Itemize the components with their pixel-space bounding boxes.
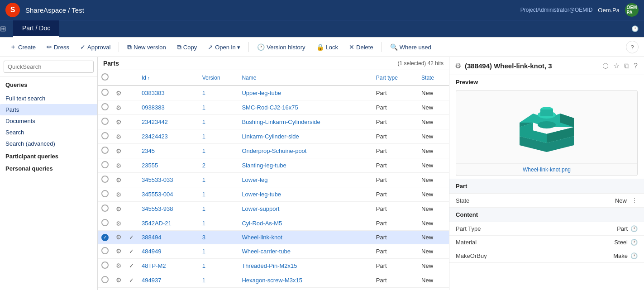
row-gear-cell[interactable]: ⚙ [112,100,125,115]
row-checkbox-cell[interactable] [98,100,112,115]
table-row[interactable]: ⚙ 23423442 1 Bushing-Linkarm-Cylindersid… [98,115,449,129]
row-name[interactable]: Lower-leg [238,173,372,187]
row-checkbox[interactable] [101,219,109,226]
row-name[interactable]: Rovennron-Schuine-poot [238,287,372,290]
row-name[interactable]: Threaded-Pin-M2x15 [238,258,372,273]
sidebar-item-search-advanced[interactable]: Search (advanced) [0,138,97,149]
row-name[interactable]: Linkarm-Cylinder-side [238,129,372,144]
row-version[interactable]: 1 [199,144,239,158]
delete-button[interactable]: ✕ Delete [344,41,378,53]
row-version[interactable]: 1 [199,216,239,231]
new-version-button[interactable]: ⧉ New version [123,41,171,53]
row-id[interactable]: 0383383 [138,86,199,100]
row-checkbox[interactable] [101,176,109,183]
create-button[interactable]: ＋ Create [5,41,40,53]
row-id[interactable]: 23424423 [138,129,199,144]
row-checkbox[interactable] [101,276,109,283]
table-row[interactable]: ⚙ ✓ 484949 1 Wheel-carrier-tube Part New [98,244,449,258]
detail-export-button[interactable]: ⬡ [601,61,610,71]
table-row[interactable]: ⚙ 345533-033 1 Lower-leg Part New [98,173,449,187]
row-gear-cell[interactable]: ⚙ [112,187,125,202]
user-avatar[interactable]: OEMPA [625,3,639,17]
col-header-state[interactable]: State [418,70,449,86]
row-id[interactable]: 3542AD-21 [138,216,199,231]
row-gear-cell[interactable]: ⚙ [112,129,125,144]
app-logo[interactable]: S [5,3,20,17]
sidebar-item-full-text-search[interactable]: Full text search [0,93,97,104]
row-gear-icon[interactable]: ⚙ [116,276,122,284]
row-checkbox[interactable] [101,261,109,269]
row-gear-cell[interactable]: ⚙ [112,144,125,158]
make-or-buy-history-button[interactable]: 🕐 [630,252,638,259]
col-header-version[interactable]: Version [199,70,239,86]
row-id[interactable]: 2345 [138,144,199,158]
row-name[interactable]: Slanting-leg-tube [238,158,372,173]
row-gear-cell[interactable]: ⚙ [112,86,125,100]
row-gear-cell[interactable]: ⚙ [112,216,125,231]
row-name[interactable]: Lower-support [238,202,372,216]
select-all-checkbox[interactable] [101,73,109,81]
row-checkbox[interactable] [101,103,109,110]
row-gear-cell[interactable]: ⚙ [112,202,125,216]
table-row[interactable]: ⚙ 23555 2 Slanting-leg-tube Part New [98,158,449,173]
approval-button[interactable]: ✓ Approval [76,41,115,53]
state-menu-button[interactable]: ⋮ [631,197,638,204]
col-header-name[interactable]: Name [238,70,372,86]
table-row[interactable]: ⚙ 0938383 1 SMC-Rod-CJ2-16x75 Part New [98,100,449,115]
row-version[interactable]: 1 [199,86,239,100]
row-id[interactable]: 494937 [138,273,199,287]
row-checkbox[interactable] [101,190,109,197]
row-gear-icon[interactable]: ⚙ [116,191,122,198]
help-button[interactable]: ? [626,41,639,53]
col-header-checkbox[interactable] [98,70,112,86]
table-row[interactable]: ⚙ ✓ 48TP-M2 1 Threaded-Pin-M2x15 Part Ne… [98,258,449,273]
row-id[interactable]: 345553-938 [138,202,199,216]
row-id[interactable]: 345553-004 [138,187,199,202]
row-checkbox[interactable] [101,247,109,254]
row-id[interactable]: 23555 [138,158,199,173]
dress-button[interactable]: ✏ Dress [42,41,74,53]
table-row[interactable]: ⚙ 52455 2 Rovennron-Schuine-poot Part Ne… [98,287,449,290]
detail-star-button[interactable]: ☆ [612,61,620,71]
row-name[interactable]: Onderprop-Schuine-poot [238,144,372,158]
row-checkbox[interactable] [101,132,109,139]
detail-copy-button[interactable]: ⧉ [623,61,630,71]
sidebar-item-documents[interactable]: Documents [0,115,97,127]
row-gear-icon[interactable]: ⚙ [116,90,122,97]
row-checkbox-cell[interactable] [98,244,112,258]
row-checkbox[interactable] [101,147,109,154]
row-gear-icon[interactable]: ⚙ [116,262,122,269]
row-version[interactable]: 1 [199,187,239,202]
row-name[interactable]: Cyl-Rod-As-M5 [238,216,372,231]
material-history-button[interactable]: 🕐 [630,239,638,246]
row-name[interactable]: SMC-Rod-CJ2-16x75 [238,100,372,115]
row-gear-icon[interactable]: ⚙ [116,205,122,213]
row-name[interactable]: Upper-leg-tube [238,86,372,100]
row-version[interactable]: 1 [199,273,239,287]
table-row[interactable]: ⚙ 0383383 1 Upper-leg-tube Part New [98,86,449,100]
table-row[interactable]: ⚙ 345553-004 1 Lower-leg-tube Part New [98,187,449,202]
row-checkbox[interactable] [101,89,109,96]
row-version[interactable]: 1 [199,115,239,129]
row-gear-cell[interactable]: ⚙ [112,244,125,258]
part-doc-tab[interactable]: Part / Doc [13,20,59,38]
row-gear-icon[interactable]: ⚙ [116,220,122,227]
open-in-button[interactable]: ↗ Open in ▾ [203,41,245,53]
row-gear-cell[interactable]: ⚙ [112,287,125,290]
row-gear-cell[interactable]: ⚙ [112,158,125,173]
row-name[interactable]: Wheel-link-knot [238,231,372,244]
row-checkbox-cell[interactable] [98,216,112,231]
row-checkbox-cell[interactable] [98,187,112,202]
col-header-id[interactable]: Id [138,70,199,86]
history-icon[interactable]: 🕐 [631,25,639,32]
row-id[interactable]: 484949 [138,244,199,258]
grid-icon[interactable]: ⊞ [0,24,6,33]
col-header-part-type[interactable]: Part type [372,70,418,86]
row-version[interactable]: 3 [199,231,239,244]
row-checkbox-cell[interactable] [98,287,112,290]
row-name[interactable]: Hexagon-screw-M3x15 [238,273,372,287]
row-id[interactable]: 388494 [138,231,199,244]
row-gear-cell[interactable]: ⚙ [112,115,125,129]
lock-button[interactable]: 🔒 Lock [312,41,343,53]
row-gear-cell[interactable]: ⚙ [112,258,125,273]
